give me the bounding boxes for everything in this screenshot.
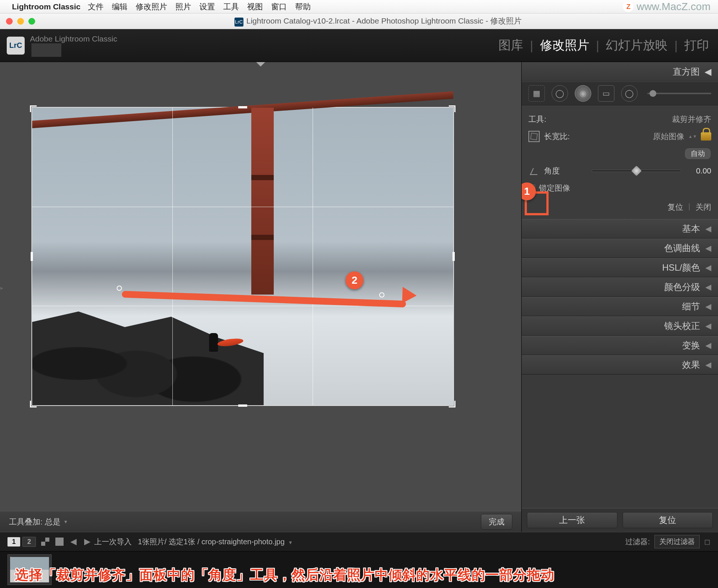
crop-handle-left[interactable] bbox=[31, 252, 33, 261]
menu-settings[interactable]: 设置 bbox=[199, 1, 215, 12]
dropdown-icon[interactable]: ▼ bbox=[64, 519, 68, 524]
aspect-crop-icon[interactable] bbox=[528, 131, 540, 142]
tool-value: 裁剪并修齐 bbox=[672, 114, 711, 124]
menu-file[interactable]: 文件 bbox=[88, 1, 104, 12]
crop-tool-icon[interactable]: ▦ bbox=[528, 85, 545, 102]
lrc-badge-icon: LrC bbox=[234, 18, 243, 27]
right-panel: 直方图 ◀ ▦ ◯ ◉ ▭ ◯ 工具: 裁剪并修齐 长宽比: bbox=[522, 62, 718, 532]
monitor-1-button[interactable]: 1 bbox=[7, 537, 20, 547]
identity-plate[interactable]: LrC Adobe Lightroom Classic bbox=[7, 34, 117, 57]
menu-tools[interactable]: 工具 bbox=[223, 1, 239, 12]
section-transform[interactable]: 变换◀ bbox=[522, 336, 718, 355]
spot-tool-icon[interactable]: ◯ bbox=[552, 85, 568, 102]
aspect-dropdown[interactable]: 原始图像 bbox=[653, 131, 684, 142]
section-detail[interactable]: 细节◀ bbox=[522, 297, 718, 316]
zoom-icon[interactable] bbox=[28, 18, 35, 25]
crop-close-button[interactable]: 关闭 bbox=[696, 202, 711, 212]
app-header: LrC Adobe Lightroom Classic 图库| 修改照片| 幻灯… bbox=[0, 29, 718, 62]
callout-2: 2 bbox=[346, 271, 363, 289]
section-colorgrading[interactable]: 颜色分级◀ bbox=[522, 277, 718, 297]
straighten-start-icon[interactable] bbox=[117, 286, 122, 291]
breadcrumb-sep: / bbox=[197, 538, 200, 546]
window-titlebar: LrCLightroom Catalog-v10-2.lrcat - Adobe… bbox=[0, 13, 718, 29]
panel-collapse-top-icon[interactable] bbox=[256, 62, 265, 67]
chevron-left-icon: ◀ bbox=[705, 67, 711, 77]
filter-lock-icon[interactable]: ◻ bbox=[704, 537, 711, 546]
histogram-header[interactable]: 直方图 ◀ bbox=[522, 62, 718, 81]
close-icon[interactable] bbox=[6, 18, 13, 25]
instruction-text: 选择「裁剪并修齐」面板中的「角度」工具，然后沿着照片中倾斜的水平线的一部分拖动 bbox=[15, 566, 555, 584]
done-button[interactable]: 完成 bbox=[481, 514, 512, 530]
menu-develop[interactable]: 修改照片 bbox=[136, 1, 167, 12]
filmstrip-toolbar: 1 2 ◀ ▶ 上一次导入 1张照片/ 选定1张 / crop-straight… bbox=[0, 532, 718, 551]
reset-button[interactable]: 复位 bbox=[623, 512, 713, 528]
loupe-view-icon[interactable] bbox=[55, 538, 64, 546]
menu-view[interactable]: 视图 bbox=[247, 1, 263, 12]
crop-handle-tl[interactable] bbox=[30, 105, 37, 112]
crop-frame[interactable]: 2 bbox=[31, 107, 454, 406]
grid-view-icon[interactable] bbox=[41, 538, 49, 546]
lrc-logo-icon: LrC bbox=[7, 37, 25, 55]
crop-handle-bottom[interactable] bbox=[238, 404, 247, 407]
minimize-icon[interactable] bbox=[17, 18, 24, 25]
dropdown-icon[interactable]: ▼ bbox=[287, 540, 293, 545]
crop-reset-button[interactable]: 复位 bbox=[668, 202, 683, 212]
app-frame: LrC Adobe Lightroom Classic 图库| 修改照片| 幻灯… bbox=[0, 29, 718, 588]
breadcrumb-filename[interactable]: crop-straighten-photo.jpg bbox=[202, 538, 285, 546]
filter-dropdown[interactable]: 关闭过滤器 bbox=[654, 535, 700, 548]
photo-preview[interactable] bbox=[32, 108, 453, 405]
auto-button[interactable]: 自动 bbox=[684, 148, 711, 160]
gradient-tool-icon[interactable]: ▭ bbox=[598, 85, 614, 102]
redeye-tool-icon[interactable]: ◉ bbox=[575, 85, 591, 102]
module-print[interactable]: 打印 bbox=[684, 37, 709, 54]
section-hsl[interactable]: HSL/颜色◀ bbox=[522, 258, 718, 277]
canvas-toolbar: 工具叠加: 总是 ▼ 完成 bbox=[0, 511, 521, 532]
window-controls bbox=[6, 18, 35, 25]
module-picker: 图库| 修改照片| 幻灯片放映| 打印 bbox=[498, 37, 709, 54]
menu-photo[interactable]: 照片 bbox=[175, 1, 191, 12]
nav-fwd-icon[interactable]: ▶ bbox=[84, 537, 90, 547]
section-effects[interactable]: 效果◀ bbox=[522, 355, 718, 375]
prev-photo-button[interactable]: 上一张 bbox=[527, 512, 617, 528]
section-tonecurve[interactable]: 色调曲线◀ bbox=[522, 238, 718, 258]
nav-buttons: 上一张 复位 bbox=[522, 508, 718, 532]
canvas-area: ▶ bbox=[0, 62, 522, 532]
tool-size-slider[interactable] bbox=[647, 93, 711, 94]
crop-handle-right[interactable] bbox=[452, 252, 455, 261]
angle-label: 角度 bbox=[544, 166, 560, 176]
lock-icon[interactable] bbox=[701, 132, 711, 141]
angle-tool-icon[interactable] bbox=[528, 165, 540, 176]
crop-handle-top[interactable] bbox=[238, 106, 247, 108]
breadcrumb-source[interactable]: 上一次导入 bbox=[94, 538, 132, 546]
module-develop[interactable]: 修改照片 bbox=[540, 37, 589, 54]
app-name[interactable]: Lightroom Classic bbox=[12, 2, 80, 11]
section-lens[interactable]: 镜头校正◀ bbox=[522, 316, 718, 336]
menu-window[interactable]: 窗口 bbox=[271, 1, 287, 12]
breadcrumb-count: 1张照片/ bbox=[138, 538, 167, 546]
aspect-label: 长宽比: bbox=[544, 131, 570, 142]
straighten-end-icon[interactable] bbox=[379, 292, 384, 298]
logo-subbar bbox=[31, 43, 61, 57]
crop-handle-tr[interactable] bbox=[449, 105, 455, 112]
menu-help[interactable]: 帮助 bbox=[295, 1, 311, 12]
nav-back-icon[interactable]: ◀ bbox=[70, 537, 77, 547]
filter-label: 过滤器: bbox=[625, 537, 650, 547]
dropdown-icon[interactable]: ▲▼ bbox=[688, 134, 697, 139]
crop-handle-bl[interactable] bbox=[30, 401, 37, 407]
angle-value[interactable]: 0.00 bbox=[685, 166, 711, 175]
left-panel-handle-icon[interactable]: ▶ bbox=[0, 286, 4, 308]
menu-edit[interactable]: 编辑 bbox=[112, 1, 128, 12]
radial-tool-icon[interactable]: ◯ bbox=[621, 85, 638, 102]
section-basic[interactable]: 基本◀ bbox=[522, 219, 718, 238]
annotation-arrow-head-icon bbox=[402, 287, 417, 304]
angle-slider[interactable] bbox=[592, 170, 681, 172]
overlay-dropdown[interactable]: 总是 bbox=[45, 517, 61, 527]
crop-handle-br[interactable] bbox=[449, 401, 455, 407]
module-slideshow[interactable]: 幻灯片放映 bbox=[606, 37, 668, 54]
breadcrumb-selected: 选定1张 bbox=[169, 538, 195, 546]
monitor-2-button[interactable]: 2 bbox=[22, 537, 36, 547]
overlay-label: 工具叠加: bbox=[9, 517, 43, 527]
module-library[interactable]: 图库 bbox=[498, 37, 523, 54]
tool-strip: ▦ ◯ ◉ ▭ ◯ bbox=[522, 81, 718, 105]
content-area: ▶ bbox=[0, 62, 718, 532]
